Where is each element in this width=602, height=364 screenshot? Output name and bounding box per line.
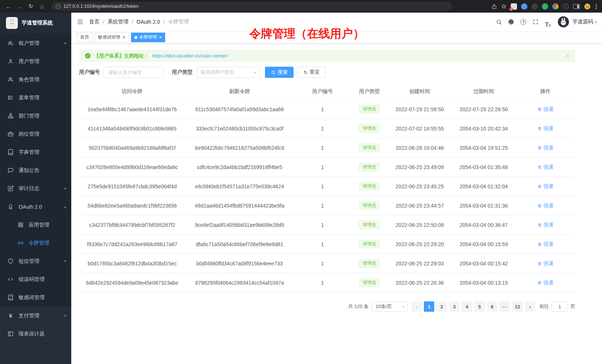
browser-forward-icon[interactable]: → xyxy=(15,1,24,11)
force-logout-button[interactable]: 强退 xyxy=(537,260,553,267)
force-logout-label: 强退 xyxy=(543,241,553,248)
page-button-4[interactable]: 4 xyxy=(462,301,472,312)
sidebar-item-user[interactable]: 用户管理 xyxy=(0,52,71,70)
browser-refresh-icon[interactable]: ↻ xyxy=(26,1,36,11)
page-button-12[interactable]: 12 xyxy=(512,301,523,312)
force-logout-button[interactable]: 强退 xyxy=(537,145,553,151)
next-page-button[interactable]: › xyxy=(525,301,535,312)
sidebar-item-sms[interactable]: 短信管理 ▾ xyxy=(0,252,71,270)
extension-colorful-icon[interactable] xyxy=(552,3,559,10)
fullscreen-icon[interactable] xyxy=(530,16,542,28)
sidebar-item-dict[interactable]: 字典管理 xyxy=(0,143,71,161)
force-logout-label: 强退 xyxy=(543,279,553,286)
breadcrumb-oauth[interactable]: OAuth 2.0 xyxy=(137,19,160,25)
sidebar-item-label: 报表设计器 xyxy=(19,331,45,337)
force-logout-button[interactable]: 强退 xyxy=(537,222,553,228)
close-icon[interactable]: × xyxy=(566,53,569,59)
sidebar-item-audit-log[interactable]: 审计日志 ▾ xyxy=(0,179,71,198)
bookmark-star-icon[interactable] xyxy=(501,4,507,9)
page-size-select[interactable]: 10条/页 ▾ xyxy=(372,301,408,312)
font-size-icon[interactable]: TT xyxy=(542,16,554,28)
extension-gray-icon[interactable] xyxy=(563,3,569,10)
browser-address-bar[interactable]: i 127.0.0.1:1024/system/oauth2/token xyxy=(51,2,452,11)
force-logout-button[interactable]: 强退 xyxy=(537,106,553,113)
extension-badged-icon[interactable]: 6 xyxy=(511,3,517,10)
table-row: 54d6be82ee5a460a9aedc1f9bf223656 49d1aa4… xyxy=(79,196,575,215)
goto-unit-label: 页 xyxy=(570,303,575,310)
close-icon[interactable]: × xyxy=(122,35,125,40)
doc-link[interactable]: https://doc.iocoder.cn/user-center/ xyxy=(153,53,228,59)
app-logo[interactable]: 芋道管理系统 xyxy=(0,13,71,33)
extension-dark-icon[interactable] xyxy=(531,3,538,10)
sidebar-item-notice[interactable]: 通知公告 xyxy=(0,161,71,179)
prev-page-button[interactable]: ‹ xyxy=(411,301,422,312)
breadcrumb-system[interactable]: 系统管理 xyxy=(108,19,128,25)
force-logout-button[interactable]: 强退 xyxy=(537,241,553,248)
breadcrumb-home[interactable]: 首页 xyxy=(89,19,99,25)
sidebar-item-errcode[interactable]: 错误码管理 xyxy=(0,270,71,288)
sidebar-item-oauth-app[interactable]: 应用管理 xyxy=(0,216,71,234)
user-name[interactable]: 芋道源码 xyxy=(572,19,593,25)
goto-page-input[interactable] xyxy=(552,301,568,312)
force-logout-button[interactable]: 强退 xyxy=(537,125,553,132)
sidebar-item-pay[interactable]: ¥ 支付管理 ▾ xyxy=(0,307,71,325)
breadcrumb-separator: / xyxy=(163,19,165,25)
user-menu-caret-icon[interactable]: ▾ xyxy=(595,20,597,24)
search-icon[interactable] xyxy=(493,16,505,28)
help-icon[interactable]: ? xyxy=(517,16,530,28)
force-logout-button[interactable]: 强退 xyxy=(537,183,553,190)
user-type-select[interactable]: 请选择用户类型 ▾ xyxy=(196,67,260,78)
tab-sensitive-word[interactable]: 敏感词管理 × xyxy=(95,33,129,42)
page-button-2[interactable]: 2 xyxy=(436,301,447,312)
table-row: 41c41346a548490f9dc8b01c6bfe0865 333ecfc… xyxy=(79,119,575,138)
site-info-icon[interactable]: i xyxy=(56,4,60,9)
table-row: 502375b8040a469a9b82188afdf6af1f be90422… xyxy=(79,138,575,158)
action-cell: 强退 xyxy=(516,177,575,196)
share-icon[interactable] xyxy=(491,4,497,9)
force-logout-button[interactable]: 强退 xyxy=(537,279,553,286)
tab-home[interactable]: 首页 xyxy=(77,33,92,42)
action-cell: 强退 xyxy=(516,196,575,215)
github-icon[interactable] xyxy=(505,16,517,28)
close-icon[interactable]: × xyxy=(159,35,162,40)
page-button-3[interactable]: 3 xyxy=(449,301,459,312)
page-button-6[interactable]: 6 xyxy=(487,301,497,312)
user-id-input[interactable] xyxy=(104,67,164,78)
access-token-cell: c347026e805e4d99b0d116eae66eda8c xyxy=(79,158,185,177)
code-icon xyxy=(7,276,14,282)
sidebar-item-role[interactable]: 角色管理 xyxy=(0,70,71,89)
sidebar-item-report-designer[interactable]: 报表设计器 xyxy=(0,325,71,343)
force-logout-button[interactable]: 强退 xyxy=(537,202,553,209)
sidebar-item-sensitive-word[interactable]: 敏感词管理 xyxy=(0,288,71,307)
sidebar-item-token[interactable]: 令牌管理 xyxy=(0,234,71,252)
edit-log-icon xyxy=(7,185,14,192)
browser-menu-icon[interactable] xyxy=(595,3,598,10)
browser-back-icon[interactable]: ← xyxy=(4,1,13,11)
access-token-cell: 41c41346a548490f9dc8b01c6bfe0865 xyxy=(79,119,185,138)
reset-button[interactable]: ↻ 重置 xyxy=(298,67,325,78)
sidebar-item-oauth[interactable]: OAuth 2.0 ▴ xyxy=(0,198,71,216)
created-cell: 2022-06-25 22:26:36 xyxy=(388,273,452,292)
access-token-cell: 1ea5e44f8bc1467aaede43144f31de76 xyxy=(79,100,185,119)
sidebar-item-tenant[interactable]: 租户管理 ▾ xyxy=(0,34,71,52)
browser-toolbar-right: 6 xyxy=(491,3,598,10)
browser-home-icon[interactable]: ⌂ xyxy=(37,1,47,11)
sidebar-item-dept[interactable]: 部门管理 xyxy=(0,107,71,125)
sidebar-toggle-icon[interactable] xyxy=(71,13,89,31)
search-form: 用户编号 用户类型 请选择用户类型 ▾ 搜索 ↻ 重置 xyxy=(79,67,575,78)
page-ellipsis-button[interactable]: ··· xyxy=(500,301,510,312)
search-button[interactable]: 搜索 xyxy=(265,67,294,78)
force-logout-button[interactable]: 强退 xyxy=(537,164,553,171)
extension-blue-icon[interactable] xyxy=(521,3,527,10)
refresh-token-cell: 8796295f04064c2983414cc54af1097a xyxy=(185,273,294,292)
trash-icon xyxy=(539,204,542,207)
extension-green-icon[interactable] xyxy=(542,3,548,10)
page-button-1[interactable]: 1 xyxy=(424,301,434,312)
user-avatar[interactable] xyxy=(558,16,569,27)
tab-token-active[interactable]: 令牌管理 × xyxy=(131,33,166,42)
sidebar-item-menu[interactable]: 菜单管理 xyxy=(0,89,71,107)
sidebar-item-post[interactable]: 岗位管理 xyxy=(0,125,71,143)
side-panel-icon[interactable] xyxy=(573,4,580,9)
browser-profile-avatar[interactable] xyxy=(584,3,591,10)
page-button-5[interactable]: 5 xyxy=(474,301,485,312)
